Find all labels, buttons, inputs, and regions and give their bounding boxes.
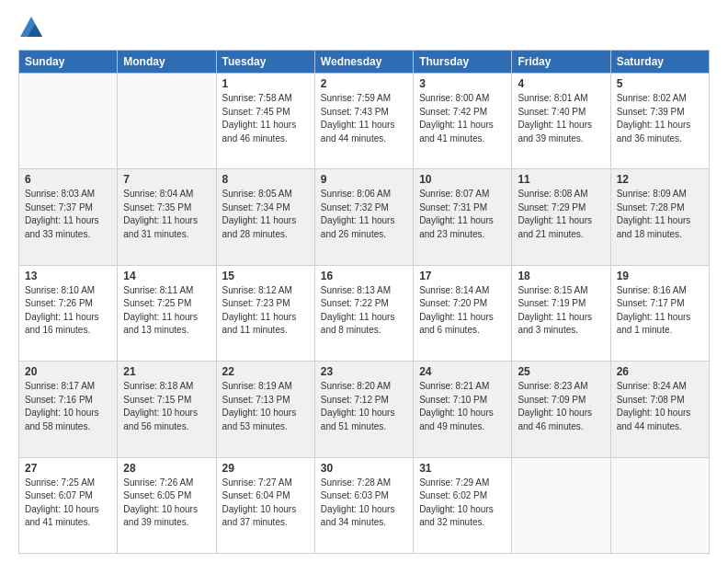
- day-info: Sunrise: 8:09 AM Sunset: 7:28 PM Dayligh…: [617, 188, 703, 241]
- day-info: Sunrise: 7:27 AM Sunset: 6:04 PM Dayligh…: [222, 477, 309, 530]
- day-info: Sunrise: 8:13 AM Sunset: 7:22 PM Dayligh…: [321, 284, 407, 338]
- day-info: Sunrise: 8:14 AM Sunset: 7:20 PM Dayligh…: [419, 284, 506, 338]
- day-number: 28: [123, 462, 210, 475]
- calendar-cell: 13Sunrise: 8:10 AM Sunset: 7:26 PM Dayli…: [19, 265, 118, 361]
- day-number: 17: [419, 270, 506, 282]
- day-number: 9: [321, 173, 407, 186]
- day-info: Sunrise: 8:08 AM Sunset: 7:29 PM Dayligh…: [518, 188, 604, 241]
- day-info: Sunrise: 8:15 AM Sunset: 7:19 PM Dayligh…: [518, 284, 604, 338]
- day-info: Sunrise: 8:05 AM Sunset: 7:34 PM Dayligh…: [222, 188, 309, 241]
- calendar-cell: 26Sunrise: 8:24 AM Sunset: 7:08 PM Dayli…: [610, 362, 709, 457]
- calendar-cell: 3Sunrise: 8:00 AM Sunset: 7:42 PM Daylig…: [414, 74, 512, 169]
- day-number: 31: [419, 462, 506, 475]
- calendar-cell: 1Sunrise: 7:58 AM Sunset: 7:45 PM Daylig…: [216, 74, 314, 169]
- day-info: Sunrise: 8:10 AM Sunset: 7:26 PM Dayligh…: [25, 284, 111, 338]
- day-info: Sunrise: 8:07 AM Sunset: 7:31 PM Dayligh…: [419, 188, 506, 241]
- day-number: 21: [123, 365, 210, 378]
- day-info: Sunrise: 8:17 AM Sunset: 7:16 PM Dayligh…: [25, 380, 111, 433]
- logo: [18, 15, 48, 40]
- weekday-header-saturday: Saturday: [610, 51, 709, 74]
- day-info: Sunrise: 7:58 AM Sunset: 7:45 PM Dayligh…: [222, 92, 309, 145]
- calendar-cell: 5Sunrise: 8:02 AM Sunset: 7:39 PM Daylig…: [610, 74, 709, 169]
- calendar-week-row: 6Sunrise: 8:03 AM Sunset: 7:37 PM Daylig…: [19, 169, 710, 265]
- calendar-cell: 16Sunrise: 8:13 AM Sunset: 7:22 PM Dayli…: [314, 265, 413, 361]
- weekday-header-friday: Friday: [512, 51, 610, 74]
- calendar-cell: 25Sunrise: 8:23 AM Sunset: 7:09 PM Dayli…: [512, 362, 610, 457]
- day-number: 4: [518, 77, 604, 90]
- day-number: 8: [222, 173, 309, 186]
- day-number: 23: [321, 365, 407, 378]
- calendar-week-row: 1Sunrise: 7:58 AM Sunset: 7:45 PM Daylig…: [19, 74, 710, 169]
- calendar-cell: 24Sunrise: 8:21 AM Sunset: 7:10 PM Dayli…: [414, 362, 512, 457]
- weekday-header-sunday: Sunday: [19, 51, 118, 74]
- day-number: 15: [222, 270, 309, 282]
- calendar-cell: 28Sunrise: 7:26 AM Sunset: 6:05 PM Dayli…: [118, 457, 216, 553]
- day-number: 13: [25, 270, 111, 282]
- calendar-cell: 2Sunrise: 7:59 AM Sunset: 7:43 PM Daylig…: [314, 74, 413, 169]
- calendar-cell: 19Sunrise: 8:16 AM Sunset: 7:17 PM Dayli…: [610, 265, 709, 361]
- calendar-cell: 9Sunrise: 8:06 AM Sunset: 7:32 PM Daylig…: [314, 169, 413, 265]
- day-info: Sunrise: 8:23 AM Sunset: 7:09 PM Dayligh…: [518, 380, 604, 433]
- calendar-cell: 20Sunrise: 8:17 AM Sunset: 7:16 PM Dayli…: [19, 362, 118, 457]
- day-number: 29: [222, 462, 309, 475]
- day-number: 6: [25, 173, 111, 186]
- calendar-cell: [512, 457, 610, 553]
- weekday-header-tuesday: Tuesday: [216, 51, 314, 74]
- weekday-header-monday: Monday: [118, 51, 216, 74]
- day-number: 22: [222, 365, 309, 378]
- calendar-cell: [610, 457, 709, 553]
- calendar-cell: 12Sunrise: 8:09 AM Sunset: 7:28 PM Dayli…: [610, 169, 709, 265]
- day-number: 19: [617, 270, 703, 282]
- day-number: 20: [25, 365, 111, 378]
- calendar-cell: 21Sunrise: 8:18 AM Sunset: 7:15 PM Dayli…: [118, 362, 216, 457]
- day-number: 14: [123, 270, 210, 282]
- day-info: Sunrise: 8:02 AM Sunset: 7:39 PM Dayligh…: [617, 92, 703, 145]
- calendar-cell: 14Sunrise: 8:11 AM Sunset: 7:25 PM Dayli…: [118, 265, 216, 361]
- calendar-cell: 30Sunrise: 7:28 AM Sunset: 6:03 PM Dayli…: [314, 457, 413, 553]
- day-info: Sunrise: 8:24 AM Sunset: 7:08 PM Dayligh…: [617, 380, 703, 433]
- day-info: Sunrise: 8:00 AM Sunset: 7:42 PM Dayligh…: [419, 92, 506, 145]
- day-number: 12: [617, 173, 703, 186]
- day-info: Sunrise: 7:25 AM Sunset: 6:07 PM Dayligh…: [25, 477, 111, 530]
- weekday-header-row: SundayMondayTuesdayWednesdayThursdayFrid…: [19, 51, 710, 74]
- day-number: 10: [419, 173, 506, 186]
- day-number: 1: [222, 77, 309, 90]
- day-info: Sunrise: 8:06 AM Sunset: 7:32 PM Dayligh…: [321, 188, 407, 241]
- day-number: 26: [617, 365, 703, 378]
- calendar-cell: 4Sunrise: 8:01 AM Sunset: 7:40 PM Daylig…: [512, 74, 610, 169]
- day-number: 24: [419, 365, 506, 378]
- calendar-cell: 23Sunrise: 8:20 AM Sunset: 7:12 PM Dayli…: [314, 362, 413, 457]
- day-info: Sunrise: 7:29 AM Sunset: 6:02 PM Dayligh…: [419, 477, 506, 530]
- day-info: Sunrise: 8:18 AM Sunset: 7:15 PM Dayligh…: [123, 380, 210, 433]
- day-number: 11: [518, 173, 604, 186]
- weekday-header-thursday: Thursday: [414, 51, 512, 74]
- calendar-cell: 31Sunrise: 7:29 AM Sunset: 6:02 PM Dayli…: [414, 457, 512, 553]
- page: SundayMondayTuesdayWednesdayThursdayFrid…: [0, 0, 728, 563]
- header: [18, 15, 710, 40]
- day-number: 18: [518, 270, 604, 282]
- day-info: Sunrise: 7:28 AM Sunset: 6:03 PM Dayligh…: [321, 477, 407, 530]
- day-info: Sunrise: 8:19 AM Sunset: 7:13 PM Dayligh…: [222, 380, 309, 433]
- calendar-week-row: 27Sunrise: 7:25 AM Sunset: 6:07 PM Dayli…: [19, 457, 710, 553]
- day-info: Sunrise: 8:04 AM Sunset: 7:35 PM Dayligh…: [123, 188, 210, 241]
- day-info: Sunrise: 7:59 AM Sunset: 7:43 PM Dayligh…: [321, 92, 407, 145]
- day-info: Sunrise: 7:26 AM Sunset: 6:05 PM Dayligh…: [123, 477, 210, 530]
- day-number: 25: [518, 365, 604, 378]
- day-info: Sunrise: 8:12 AM Sunset: 7:23 PM Dayligh…: [222, 284, 309, 338]
- day-info: Sunrise: 8:20 AM Sunset: 7:12 PM Dayligh…: [321, 380, 407, 433]
- day-number: 27: [25, 462, 111, 475]
- calendar-cell: 8Sunrise: 8:05 AM Sunset: 7:34 PM Daylig…: [216, 169, 314, 265]
- calendar-cell: 11Sunrise: 8:08 AM Sunset: 7:29 PM Dayli…: [512, 169, 610, 265]
- day-info: Sunrise: 8:03 AM Sunset: 7:37 PM Dayligh…: [25, 188, 111, 241]
- calendar-cell: 7Sunrise: 8:04 AM Sunset: 7:35 PM Daylig…: [118, 169, 216, 265]
- day-number: 16: [321, 270, 407, 282]
- calendar-cell: 22Sunrise: 8:19 AM Sunset: 7:13 PM Dayli…: [216, 362, 314, 457]
- day-number: 7: [123, 173, 210, 186]
- calendar-cell: 27Sunrise: 7:25 AM Sunset: 6:07 PM Dayli…: [19, 457, 118, 553]
- calendar-week-row: 13Sunrise: 8:10 AM Sunset: 7:26 PM Dayli…: [19, 265, 710, 361]
- calendar-week-row: 20Sunrise: 8:17 AM Sunset: 7:16 PM Dayli…: [19, 362, 710, 457]
- day-number: 3: [419, 77, 506, 90]
- calendar-cell: 10Sunrise: 8:07 AM Sunset: 7:31 PM Dayli…: [414, 169, 512, 265]
- calendar-cell: 29Sunrise: 7:27 AM Sunset: 6:04 PM Dayli…: [216, 457, 314, 553]
- day-info: Sunrise: 8:21 AM Sunset: 7:10 PM Dayligh…: [419, 380, 506, 433]
